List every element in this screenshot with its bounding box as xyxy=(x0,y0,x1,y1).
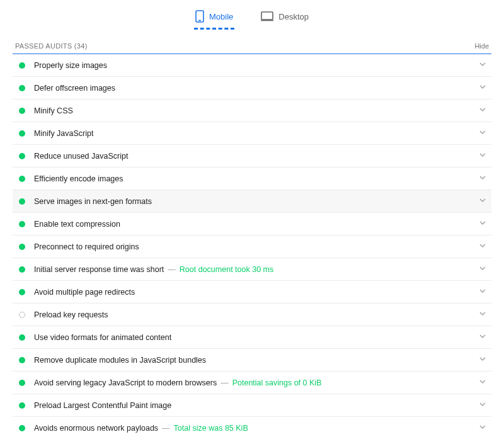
audit-row[interactable]: Remove duplicate modules in JavaScript b… xyxy=(13,349,491,372)
chevron-down-icon xyxy=(479,400,486,410)
chevron-down-icon xyxy=(479,378,486,387)
section-header[interactable]: Passed Audits (34) Hide xyxy=(13,37,491,54)
pass-status-icon xyxy=(19,289,25,295)
chevron-down-icon xyxy=(479,83,486,93)
audit-label: Preconnect to required origins xyxy=(34,242,139,251)
hide-toggle[interactable]: Hide xyxy=(474,42,489,50)
audit-row[interactable]: Avoid serving legacy JavaScript to moder… xyxy=(13,372,491,394)
audit-row[interactable]: Enable text compression xyxy=(13,213,491,236)
audit-label: Preload Largest Contentful Paint image xyxy=(34,401,171,410)
audit-label: Efficiently encode images xyxy=(34,174,123,183)
audit-label: Avoid multiple page redirects xyxy=(34,288,135,297)
chevron-down-icon xyxy=(479,242,486,251)
neutral-status-icon xyxy=(19,312,25,318)
audit-row[interactable]: Reduce unused JavaScript xyxy=(13,145,491,167)
section-title: Passed Audits (34) xyxy=(15,42,88,50)
audit-row[interactable]: Efficiently encode images xyxy=(13,167,491,190)
chevron-down-icon xyxy=(479,196,486,206)
pass-status-icon xyxy=(19,380,25,386)
chevron-down-icon xyxy=(479,355,486,365)
chevron-down-icon xyxy=(479,310,486,319)
audit-row[interactable]: Preload Largest Contentful Paint image xyxy=(13,394,491,417)
chevron-down-icon xyxy=(479,332,486,342)
audit-row[interactable]: Avoid multiple page redirects xyxy=(13,281,491,304)
audit-row[interactable]: Preload key requests xyxy=(13,304,491,326)
svg-rect-2 xyxy=(261,12,273,20)
audit-row[interactable]: Serve images in next-gen formats xyxy=(13,190,491,213)
audit-detail: Potential savings of 0 KiB xyxy=(232,378,322,387)
separator: — xyxy=(162,424,170,433)
audit-label: Use video formats for animated content xyxy=(34,333,171,342)
passed-audits-section: Passed Audits (34) Hide Properly size im… xyxy=(13,37,491,437)
mobile-icon xyxy=(195,10,204,23)
chevron-down-icon xyxy=(479,219,486,229)
pass-status-icon xyxy=(19,244,25,250)
pass-status-icon xyxy=(19,153,25,159)
chevron-down-icon xyxy=(479,287,486,297)
chevron-down-icon xyxy=(479,174,486,183)
tab-desktop-label: Desktop xyxy=(278,12,309,21)
pass-status-icon xyxy=(19,425,25,431)
separator: — xyxy=(168,265,176,274)
audit-label: Initial server response time was short xyxy=(34,265,164,274)
pass-status-icon xyxy=(19,198,25,205)
pass-status-icon xyxy=(19,266,25,273)
chevron-down-icon xyxy=(479,264,486,274)
pass-status-icon xyxy=(19,62,25,69)
audit-label: Minify JavaScript xyxy=(34,129,93,138)
desktop-icon xyxy=(261,11,273,21)
pass-status-icon xyxy=(19,85,25,91)
pass-status-icon xyxy=(19,357,25,363)
chevron-down-icon xyxy=(479,423,486,433)
audit-row[interactable]: Properly size images xyxy=(13,54,491,77)
pass-status-icon xyxy=(19,221,25,227)
audit-label: Minify CSS xyxy=(34,106,73,115)
audit-detail: Total size was 85 KiB xyxy=(174,424,248,433)
audit-row[interactable]: Preconnect to required origins xyxy=(13,236,491,258)
audit-row[interactable]: Minify CSS xyxy=(13,99,491,122)
device-tabbar: Mobile Desktop xyxy=(0,0,504,30)
tab-desktop[interactable]: Desktop xyxy=(260,8,310,28)
audit-label: Preload key requests xyxy=(34,310,108,319)
chevron-down-icon xyxy=(479,60,486,70)
audit-row[interactable]: Use video formats for animated content xyxy=(13,326,491,349)
tab-mobile[interactable]: Mobile xyxy=(194,6,234,30)
audit-label: Avoid serving legacy JavaScript to moder… xyxy=(34,378,217,387)
audit-label: Enable text compression xyxy=(34,220,120,229)
chevron-down-icon xyxy=(479,128,486,138)
pass-status-icon xyxy=(19,108,25,114)
pass-status-icon xyxy=(19,334,25,341)
audit-row[interactable]: Defer offscreen images xyxy=(13,77,491,99)
audit-row[interactable]: Avoids enormous network payloads—Total s… xyxy=(13,417,491,437)
audit-label: Reduce unused JavaScript xyxy=(34,152,128,161)
audit-row[interactable]: Initial server response time was short—R… xyxy=(13,258,491,281)
audit-label: Properly size images xyxy=(34,61,107,70)
audit-label: Serve images in next-gen formats xyxy=(34,197,152,206)
audit-label: Remove duplicate modules in JavaScript b… xyxy=(34,356,206,365)
chevron-down-icon xyxy=(479,106,486,115)
pass-status-icon xyxy=(19,176,25,182)
pass-status-icon xyxy=(19,130,25,137)
audit-label: Defer offscreen images xyxy=(34,84,115,93)
pass-status-icon xyxy=(19,402,25,409)
tab-mobile-label: Mobile xyxy=(209,12,233,21)
audit-label: Avoids enormous network payloads xyxy=(34,424,158,433)
chevron-down-icon xyxy=(479,151,486,161)
audit-detail: Root document took 30 ms xyxy=(180,265,273,274)
separator: — xyxy=(220,378,229,387)
audit-row[interactable]: Minify JavaScript xyxy=(13,122,491,145)
audit-list: Properly size imagesDefer offscreen imag… xyxy=(13,54,491,437)
